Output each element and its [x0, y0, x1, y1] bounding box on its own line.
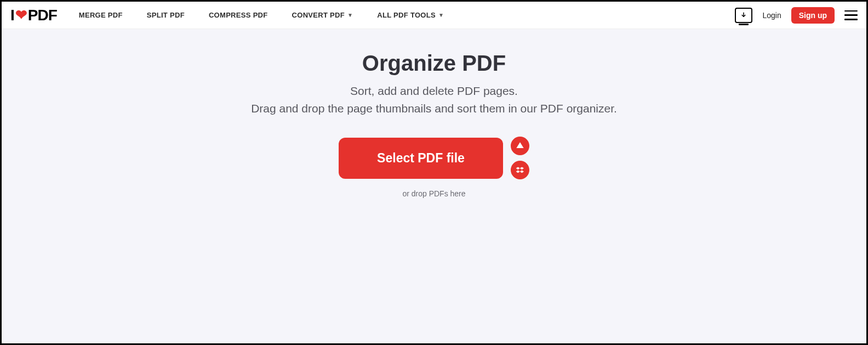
hamburger-menu-icon[interactable] [844, 10, 858, 20]
page-title: Organize PDF [362, 51, 506, 76]
nav-convert[interactable]: CONVERT PDF ▼ [292, 11, 353, 19]
download-desktop-icon[interactable] [735, 8, 752, 23]
chevron-down-icon: ▼ [347, 12, 353, 18]
nav-all-tools-label: ALL PDF TOOLS [377, 11, 436, 19]
heart-icon: ❤ [15, 7, 27, 24]
page-subtitle: Sort, add and delete PDF pages. Drag and… [251, 82, 617, 117]
login-link[interactable]: Login [762, 11, 781, 20]
upload-row: Select PDF file [339, 137, 529, 179]
dropbox-button[interactable] [511, 161, 529, 179]
signup-button[interactable]: Sign up [791, 7, 835, 24]
select-pdf-button[interactable]: Select PDF file [339, 138, 503, 179]
google-drive-button[interactable] [511, 137, 529, 155]
nav-compress[interactable]: COMPRESS PDF [209, 11, 268, 19]
subtitle-line1: Sort, add and delete PDF pages. [251, 82, 617, 100]
nav-split-label: SPLIT PDF [147, 11, 185, 19]
main-content: Organize PDF Sort, add and delete PDF pa… [2, 29, 866, 343]
nav-all-tools[interactable]: ALL PDF TOOLS ▼ [377, 11, 444, 19]
logo[interactable]: I ❤ PDF [10, 7, 57, 24]
nav-merge-label: MERGE PDF [79, 11, 123, 19]
logo-pre: I [10, 7, 14, 24]
header-actions: Login Sign up [735, 7, 858, 24]
nav-compress-label: COMPRESS PDF [209, 11, 268, 19]
logo-post: PDF [28, 7, 57, 24]
nav-convert-label: CONVERT PDF [292, 11, 345, 19]
nav-split[interactable]: SPLIT PDF [147, 11, 185, 19]
nav: MERGE PDF SPLIT PDF COMPRESS PDF CONVERT… [79, 11, 444, 19]
drop-hint: or drop PDFs here [402, 189, 465, 198]
chevron-down-icon: ▼ [438, 12, 444, 18]
cloud-sources [511, 137, 529, 179]
header: I ❤ PDF MERGE PDF SPLIT PDF COMPRESS PDF… [2, 2, 866, 29]
nav-merge[interactable]: MERGE PDF [79, 11, 123, 19]
subtitle-line2: Drag and drop the page thumbnails and so… [251, 100, 617, 117]
